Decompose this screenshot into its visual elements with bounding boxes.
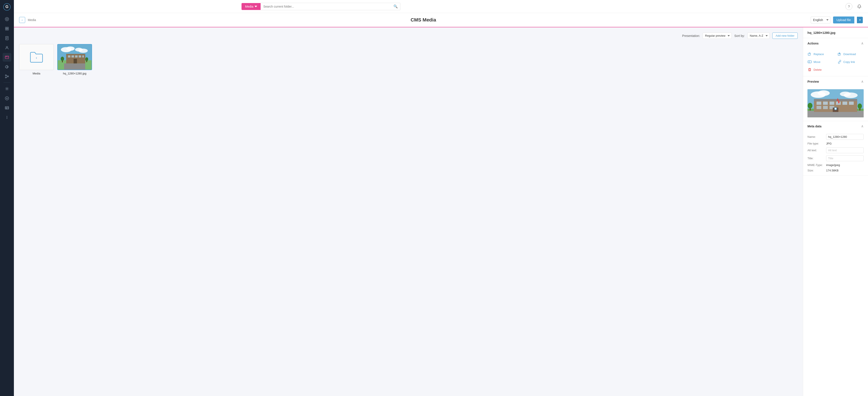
svg-point-19: [5, 77, 6, 78]
svg-line-21: [6, 77, 8, 78]
svg-rect-45: [79, 55, 82, 58]
topbar: Media 🔍 ?: [14, 0, 868, 13]
download-action[interactable]: Download: [837, 51, 864, 57]
bell-icon[interactable]: [856, 3, 863, 10]
copy-link-icon: [837, 60, 842, 64]
preview-section-header[interactable]: Preview ∧: [803, 77, 868, 87]
users-icon[interactable]: [3, 43, 11, 52]
dashboard-icon[interactable]: [3, 15, 11, 24]
svg-rect-66: [823, 101, 828, 105]
right-panel: hq_1280×1280.jpg Actions ∧: [803, 27, 868, 396]
panel-file-title: hq_1280×1280.jpg: [803, 27, 868, 38]
svg-rect-71: [816, 106, 822, 109]
preview-chevron-icon: ∧: [861, 80, 864, 84]
list-item[interactable]: ‹ Media: [19, 44, 54, 75]
search-button[interactable]: 🔍: [394, 4, 398, 8]
preview-section-label: Preview: [807, 80, 819, 83]
meta-name-input[interactable]: [826, 134, 864, 140]
meta-title-input[interactable]: [826, 155, 864, 161]
presentation-select[interactable]: Regular preview List view Grid view: [703, 33, 732, 39]
image-name: hq_1280×1280.jpg: [63, 72, 86, 75]
svg-rect-42: [68, 55, 70, 58]
actions-section-body: Replace Download: [803, 49, 868, 76]
app-logo[interactable]: G: [3, 3, 11, 11]
download-icon: [837, 52, 842, 56]
svg-rect-40: [64, 63, 85, 70]
sortby-select[interactable]: Name, A-Z Name, Z-A Date Size: [747, 33, 770, 39]
back-button[interactable]: ‹: [19, 17, 25, 23]
delete-action[interactable]: Delete: [807, 67, 834, 73]
move-action[interactable]: Move: [807, 59, 834, 65]
svg-rect-26: [5, 106, 9, 109]
meta-section-body: Name: File type: JPG Alt text: Title: MI…: [803, 131, 868, 176]
svg-rect-64: [814, 99, 857, 101]
meta-filetype-value: JPG: [826, 142, 864, 145]
svg-rect-5: [7, 27, 8, 28]
content-area: Presentation: Regular preview List view …: [14, 27, 868, 396]
image-thumb: [57, 44, 92, 70]
actions-chevron-icon: ∧: [861, 41, 864, 45]
svg-point-36: [66, 47, 75, 51]
meta-grid: Name: File type: JPG Alt text: Title: MI…: [807, 134, 864, 172]
svg-point-22: [6, 88, 8, 89]
svg-rect-46: [82, 55, 84, 58]
presentation-label: Presentation:: [682, 34, 700, 37]
settings-icon[interactable]: [3, 84, 11, 93]
svg-rect-6: [5, 29, 7, 30]
copy-link-action[interactable]: Copy link: [837, 59, 864, 65]
replace-action[interactable]: Replace: [807, 51, 834, 57]
layers-icon[interactable]: [3, 24, 11, 33]
svg-point-51: [85, 57, 88, 61]
folder-thumb: ‹: [19, 44, 54, 70]
svg-rect-47: [73, 59, 77, 63]
upload-file-button[interactable]: Upload file: [833, 17, 854, 24]
replace-icon: [807, 52, 812, 56]
svg-point-49: [61, 57, 64, 61]
workflows-icon[interactable]: [3, 72, 11, 81]
sortby-label: Sort by:: [734, 34, 745, 37]
page-header: ‹ Media CMS Media English German French …: [14, 13, 868, 27]
meta-chevron-icon: ∧: [861, 124, 864, 128]
svg-text:G: G: [5, 5, 8, 9]
preview-image: [807, 89, 864, 117]
svg-rect-7: [7, 29, 8, 30]
preview-section-body: [803, 87, 868, 121]
svg-rect-4: [5, 27, 7, 28]
svg-point-80: [835, 108, 837, 110]
table-icon[interactable]: [3, 103, 11, 112]
add-folder-button[interactable]: Add new folder: [772, 33, 798, 39]
meta-title-label: Title:: [807, 157, 823, 160]
actions-section-header[interactable]: Actions ∧: [803, 38, 868, 49]
meta-alt-input[interactable]: [826, 147, 864, 153]
svg-point-17: [5, 75, 6, 76]
svg-rect-70: [849, 101, 854, 105]
preview-section: Preview ∧: [803, 77, 868, 121]
svg-point-3: [6, 19, 8, 20]
list-item[interactable]: hq_1280×1280.jpg: [57, 44, 92, 75]
meta-section-header[interactable]: Meta data ∧: [803, 121, 868, 131]
add-circle-icon[interactable]: [3, 94, 11, 103]
files-grid: ‹ Media: [19, 44, 798, 75]
svg-text:‹: ‹: [36, 56, 37, 60]
svg-rect-69: [842, 101, 847, 105]
pages-icon[interactable]: [3, 34, 11, 42]
language-select[interactable]: English German French Spanish: [811, 17, 831, 24]
help-icon[interactable]: ?: [845, 3, 852, 10]
move-icon: [807, 60, 812, 64]
svg-rect-67: [830, 101, 834, 105]
media-search-badge[interactable]: Media: [242, 3, 260, 10]
download-label: Download: [843, 53, 856, 56]
search-container: Media 🔍: [242, 3, 398, 10]
replace-label: Replace: [813, 53, 824, 56]
svg-rect-72: [823, 106, 828, 109]
media-icon[interactable]: [3, 53, 11, 62]
svg-point-31: [7, 117, 7, 118]
main-content: Media 🔍 ? ‹ Media CMS Media English Germ…: [14, 0, 868, 396]
actions-section-label: Actions: [807, 42, 818, 45]
search-input[interactable]: [260, 3, 400, 10]
announcements-icon[interactable]: [3, 62, 11, 71]
delete-icon: [807, 67, 812, 72]
upload-file-caret[interactable]: ▾: [857, 17, 863, 23]
folder-name: Media: [33, 72, 40, 75]
more-icon[interactable]: [3, 113, 11, 122]
